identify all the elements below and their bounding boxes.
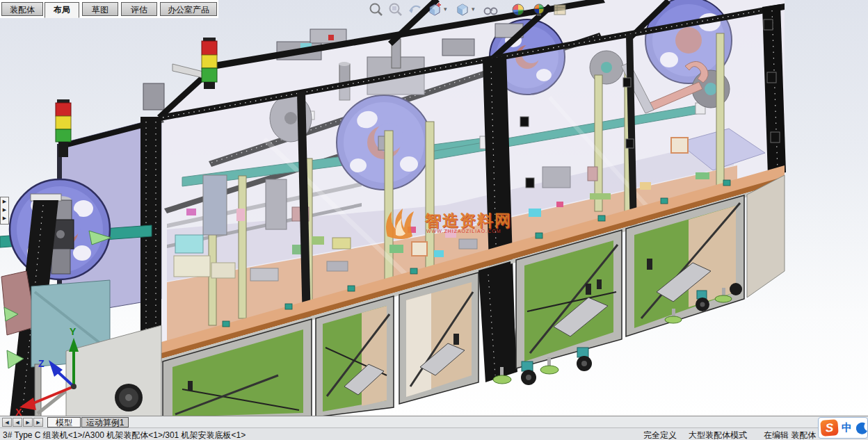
tab-layout[interactable]: 布局 (45, 2, 79, 18)
triad-y-label: Y (70, 326, 77, 337)
command-manager-tabs: 装配体 布局 草图 评估 办公室产品 (0, 0, 218, 18)
tab-sketch[interactable]: 草图 (82, 2, 118, 16)
section-dropdown-icon[interactable]: ▾ (444, 6, 447, 13)
status-editing-assembly: 在编辑 装配体 (764, 430, 816, 440)
model-tab-bar: ◀ ◀ ▶ ▶ 模型 运动算例1 (0, 416, 868, 427)
view-settings-icon[interactable] (552, 2, 568, 17)
sogou-logo-icon[interactable]: S (820, 419, 839, 437)
zoom-to-fit-icon[interactable] (369, 2, 384, 17)
edit-appearance-icon[interactable] (511, 2, 526, 17)
status-bar: 3# Type C 组装机<1>/A300 机架装配体<1>/301 机架安装底… (0, 427, 868, 440)
tab-scroll-prev-button[interactable]: ◀ (13, 418, 22, 427)
apply-scene-icon[interactable] (531, 2, 547, 17)
cabinet-door (399, 272, 479, 404)
flyout-arrow-icon: ▶ (1, 206, 8, 214)
graphics-viewport[interactable]: X Y Z 智造资料网 WWW.ZHIZAOZILIAO.COM ▾ ▾ (0, 0, 868, 417)
tab-model[interactable]: 模型 (47, 417, 81, 427)
previous-view-icon[interactable] (408, 2, 423, 17)
tab-scroll-first-button[interactable]: ◀ (2, 418, 12, 427)
ime-language-toggle[interactable]: 中 (842, 421, 852, 434)
tab-evaluate[interactable]: 评估 (121, 2, 157, 16)
status-fully-defined: 完全定义 (643, 430, 677, 440)
tab-scroll-last-button[interactable]: ▶ (33, 418, 43, 427)
heads-up-toolbar: ▾ ▾ (366, 1, 588, 18)
status-large-assembly-mode: 大型装配体模式 (689, 430, 747, 440)
ime-moon-icon[interactable] (856, 422, 868, 437)
tab-office-products[interactable]: 办公室产品 (160, 2, 217, 16)
triad-z-label: Z (38, 358, 45, 369)
display-style-icon[interactable] (483, 2, 498, 17)
ime-toolbar: S 中 (818, 417, 868, 439)
flyout-arrow-icon: ▶ (1, 197, 8, 206)
flyout-arrow-icon: ▶ (1, 214, 8, 222)
tab-assembly[interactable]: 装配体 (1, 2, 43, 16)
tab-scroll-next-button[interactable]: ▶ (23, 418, 33, 427)
zoom-to-area-icon[interactable] (388, 2, 403, 17)
view-orientation-icon[interactable] (455, 2, 470, 17)
tab-motion-study[interactable]: 运动算例1 (81, 417, 129, 427)
selection-path: 3# Type C 组装机<1>/A300 机架装配体<1>/301 机架安装底… (3, 430, 246, 440)
section-view-icon[interactable] (427, 2, 442, 17)
feature-tree-flyout-handle[interactable]: ▶ ▶ ▶ (0, 197, 9, 225)
orientation-dropdown-icon[interactable]: ▾ (472, 6, 475, 13)
assembly-3d-model[interactable]: X Y Z (0, 0, 868, 417)
